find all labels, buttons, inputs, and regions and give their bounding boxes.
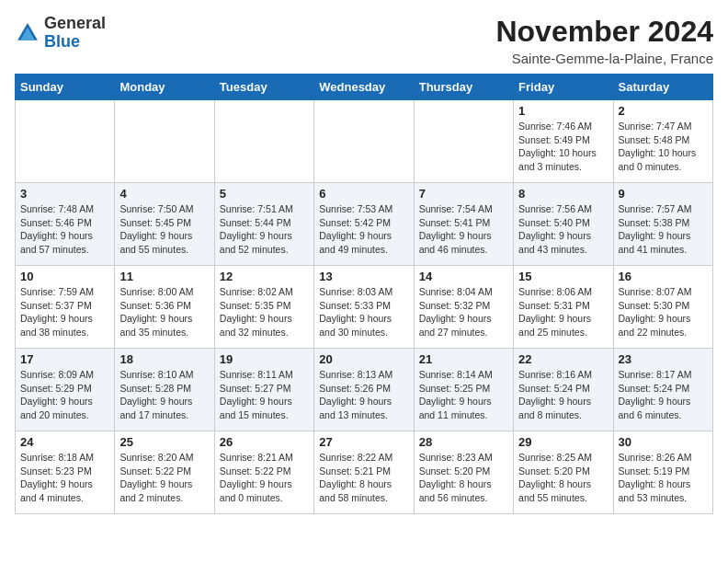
day-info: Sunrise: 8:23 AM Sunset: 5:20 PM Dayligh… [419,451,508,505]
calendar-week-2: 3Sunrise: 7:48 AM Sunset: 5:46 PM Daylig… [16,183,713,266]
day-number: 7 [419,187,508,201]
page-header: General Blue November 2024 Sainte-Gemme-… [15,15,713,66]
day-number: 18 [119,352,209,366]
calendar-cell [115,100,214,183]
day-info: Sunrise: 7:57 AM Sunset: 5:38 PM Dayligh… [619,202,708,257]
day-info: Sunrise: 8:16 AM Sunset: 5:24 PM Dayligh… [518,368,608,422]
day-info: Sunrise: 8:20 AM Sunset: 5:22 PM Dayligh… [119,451,209,505]
calendar-cell: 21Sunrise: 8:14 AM Sunset: 5:25 PM Dayli… [414,349,513,431]
day-info: Sunrise: 8:22 AM Sunset: 5:21 PM Dayligh… [319,451,408,505]
calendar-cell: 22Sunrise: 8:16 AM Sunset: 5:24 PM Dayli… [514,349,613,431]
day-info: Sunrise: 8:09 AM Sunset: 5:29 PM Dayligh… [20,368,109,422]
calendar-cell: 12Sunrise: 8:02 AM Sunset: 5:35 PM Dayli… [214,266,313,349]
day-number: 27 [319,435,408,449]
logo-icon [15,20,40,46]
day-number: 15 [518,270,608,283]
calendar-cell: 4Sunrise: 7:50 AM Sunset: 5:45 PM Daylig… [115,183,214,266]
day-number: 2 [619,104,708,118]
day-number: 10 [20,270,109,283]
day-info: Sunrise: 8:17 AM Sunset: 5:24 PM Dayligh… [619,368,708,422]
logo-blue-text: Blue [44,32,80,51]
calendar-cell: 24Sunrise: 8:18 AM Sunset: 5:23 PM Dayli… [16,431,115,514]
day-info: Sunrise: 7:56 AM Sunset: 5:40 PM Dayligh… [518,202,608,257]
calendar-cell: 10Sunrise: 7:59 AM Sunset: 5:37 PM Dayli… [16,266,115,349]
calendar-week-5: 24Sunrise: 8:18 AM Sunset: 5:23 PM Dayli… [16,431,713,514]
day-number: 12 [220,270,309,283]
day-number: 21 [419,352,508,366]
day-info: Sunrise: 8:25 AM Sunset: 5:20 PM Dayligh… [518,451,608,505]
day-number: 4 [119,187,209,201]
calendar-cell: 15Sunrise: 8:06 AM Sunset: 5:31 PM Dayli… [514,266,613,349]
calendar-cell: 27Sunrise: 8:22 AM Sunset: 5:21 PM Dayli… [314,431,414,514]
day-info: Sunrise: 8:07 AM Sunset: 5:30 PM Dayligh… [619,285,708,339]
day-number: 29 [518,435,608,449]
day-info: Sunrise: 7:59 AM Sunset: 5:37 PM Dayligh… [20,285,109,339]
calendar-cell [214,100,313,183]
calendar-cell: 2Sunrise: 7:47 AM Sunset: 5:48 PM Daylig… [613,100,712,183]
day-number: 26 [220,435,309,449]
weekday-header-friday: Friday [514,75,613,100]
day-number: 23 [619,352,708,366]
calendar-cell: 8Sunrise: 7:56 AM Sunset: 5:40 PM Daylig… [514,183,613,266]
day-number: 22 [518,352,608,366]
day-info: Sunrise: 8:18 AM Sunset: 5:23 PM Dayligh… [20,451,109,505]
day-info: Sunrise: 8:13 AM Sunset: 5:26 PM Dayligh… [319,368,408,422]
calendar-cell: 9Sunrise: 7:57 AM Sunset: 5:38 PM Daylig… [613,183,712,266]
month-title: November 2024 [495,15,713,49]
day-info: Sunrise: 8:03 AM Sunset: 5:33 PM Dayligh… [319,285,408,339]
day-number: 28 [419,435,508,449]
day-info: Sunrise: 7:50 AM Sunset: 5:45 PM Dayligh… [119,202,209,257]
logo: General Blue [15,15,106,52]
calendar-table: SundayMondayTuesdayWednesdayThursdayFrid… [15,74,713,514]
day-info: Sunrise: 7:47 AM Sunset: 5:48 PM Dayligh… [619,120,708,174]
calendar-cell: 1Sunrise: 7:46 AM Sunset: 5:49 PM Daylig… [514,100,613,183]
day-info: Sunrise: 8:11 AM Sunset: 5:27 PM Dayligh… [220,368,309,422]
calendar-cell: 7Sunrise: 7:54 AM Sunset: 5:41 PM Daylig… [414,183,513,266]
day-info: Sunrise: 7:54 AM Sunset: 5:41 PM Dayligh… [419,202,508,257]
calendar-cell [414,100,513,183]
logo-general-text: General [44,14,106,32]
calendar-week-3: 10Sunrise: 7:59 AM Sunset: 5:37 PM Dayli… [16,266,713,349]
calendar-cell: 3Sunrise: 7:48 AM Sunset: 5:46 PM Daylig… [16,183,115,266]
day-number: 11 [119,270,209,283]
calendar-cell: 19Sunrise: 8:11 AM Sunset: 5:27 PM Dayli… [214,349,313,431]
day-number: 17 [20,352,109,366]
day-info: Sunrise: 8:04 AM Sunset: 5:32 PM Dayligh… [419,285,508,339]
day-number: 25 [119,435,209,449]
calendar-cell: 14Sunrise: 8:04 AM Sunset: 5:32 PM Dayli… [414,266,513,349]
calendar-cell [314,100,414,183]
day-info: Sunrise: 7:51 AM Sunset: 5:44 PM Dayligh… [220,202,309,257]
day-info: Sunrise: 7:48 AM Sunset: 5:46 PM Dayligh… [20,202,109,257]
weekday-header-sunday: Sunday [16,75,115,100]
weekday-header-wednesday: Wednesday [314,75,414,100]
day-info: Sunrise: 8:06 AM Sunset: 5:31 PM Dayligh… [518,285,608,339]
day-info: Sunrise: 8:21 AM Sunset: 5:22 PM Dayligh… [220,451,309,505]
day-info: Sunrise: 8:00 AM Sunset: 5:36 PM Dayligh… [119,285,209,339]
day-info: Sunrise: 8:26 AM Sunset: 5:19 PM Dayligh… [619,451,708,505]
calendar-cell: 5Sunrise: 7:51 AM Sunset: 5:44 PM Daylig… [214,183,313,266]
day-number: 1 [518,104,608,118]
calendar-cell: 16Sunrise: 8:07 AM Sunset: 5:30 PM Dayli… [613,266,712,349]
calendar-cell: 25Sunrise: 8:20 AM Sunset: 5:22 PM Dayli… [115,431,214,514]
calendar-cell: 23Sunrise: 8:17 AM Sunset: 5:24 PM Dayli… [613,349,712,431]
weekday-header-monday: Monday [115,75,214,100]
calendar-cell: 13Sunrise: 8:03 AM Sunset: 5:33 PM Dayli… [314,266,414,349]
day-number: 8 [518,187,608,201]
day-info: Sunrise: 8:10 AM Sunset: 5:28 PM Dayligh… [119,368,209,422]
calendar-cell: 30Sunrise: 8:26 AM Sunset: 5:19 PM Dayli… [613,431,712,514]
day-number: 3 [20,187,109,201]
calendar-cell [16,100,115,183]
calendar-cell: 29Sunrise: 8:25 AM Sunset: 5:20 PM Dayli… [514,431,613,514]
calendar-week-1: 1Sunrise: 7:46 AM Sunset: 5:49 PM Daylig… [16,100,713,183]
day-number: 19 [220,352,309,366]
day-info: Sunrise: 7:46 AM Sunset: 5:49 PM Dayligh… [518,120,608,174]
title-block: November 2024 Sainte-Gemme-la-Plaine, Fr… [495,15,713,66]
day-number: 14 [419,270,508,283]
calendar-cell: 20Sunrise: 8:13 AM Sunset: 5:26 PM Dayli… [314,349,414,431]
weekday-header-row: SundayMondayTuesdayWednesdayThursdayFrid… [16,75,713,100]
calendar-cell: 17Sunrise: 8:09 AM Sunset: 5:29 PM Dayli… [16,349,115,431]
day-number: 5 [220,187,309,201]
location: Sainte-Gemme-la-Plaine, France [495,51,713,66]
day-info: Sunrise: 7:53 AM Sunset: 5:42 PM Dayligh… [319,202,408,257]
day-number: 16 [619,270,708,283]
